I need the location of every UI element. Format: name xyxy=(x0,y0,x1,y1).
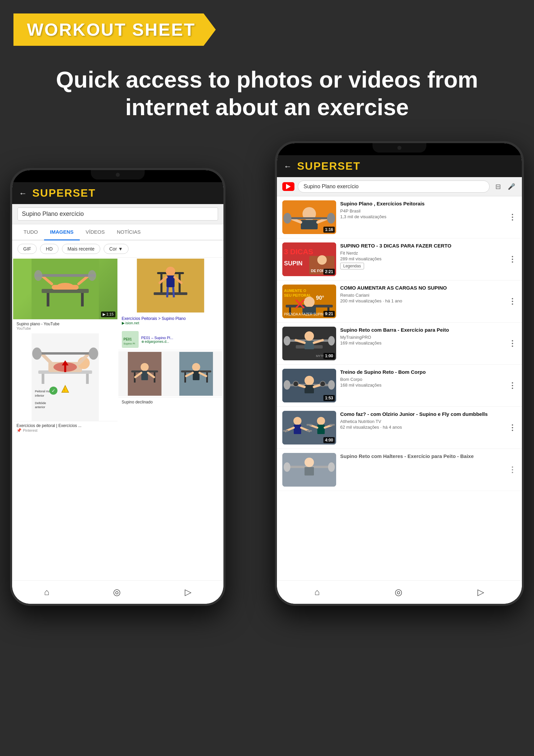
image-label-3: Supino declinado xyxy=(118,397,223,406)
yt-channel-4: MyTrainingPRO xyxy=(340,335,504,340)
yt-channel-3: Renato Cariani xyxy=(340,293,504,298)
svg-rect-23 xyxy=(64,365,66,372)
svg-point-68 xyxy=(283,213,291,224)
yt-views-5: 168 mil visualizações xyxy=(340,383,504,388)
image-label-2: Exercícios de peitoral | Exercícios ... … xyxy=(13,421,117,435)
image-item-1[interactable]: ▶ 1:15 Supino plano - YouTube YouTube xyxy=(13,259,117,332)
yt-video-item-3[interactable]: AUMENTE O SEU PEITORAL 90° xyxy=(277,281,522,323)
svg-text:Supino Pl: Supino Pl xyxy=(123,342,135,345)
yt-filter-icon[interactable]: ⊟ xyxy=(493,182,503,192)
yt-thumbnail-6: 4:00 xyxy=(282,411,336,445)
svg-text:3 DICAS: 3 DICAS xyxy=(284,248,313,256)
yt-video-title-4: Supino Reto com Barra - Exercício para P… xyxy=(340,327,504,333)
extra-img-1[interactable] xyxy=(119,352,170,396)
yt-video-item-2[interactable]: 3 DICAS SUPIN DE FORMA 2:21 SUPINO RETO … xyxy=(277,238,522,281)
yt-video-title-3: COMO AUMENTAR AS CARGAS NO SUPINO xyxy=(340,285,504,291)
svg-point-90 xyxy=(284,336,290,346)
image-item-2[interactable]: Peitoral maior inferior Deltóide anterio… xyxy=(13,333,117,435)
left-search-input[interactable]: Supino Plano exercício xyxy=(17,207,218,221)
svg-rect-59 xyxy=(193,371,200,380)
yt-video-info-1: Supino Plano , Exercícios Peitorais P4P … xyxy=(340,200,504,234)
yt-thumbnail-5: 1:53 xyxy=(282,369,336,402)
left-image-col-2: Exercícios Peitorais > Supino Plano ▶ is… xyxy=(118,259,223,435)
svg-line-42 xyxy=(173,287,174,297)
filter-cor[interactable]: Cor ▼ xyxy=(104,244,129,254)
yt-more-6[interactable] xyxy=(508,411,517,445)
extra-images-row xyxy=(118,351,223,396)
image-label-1: Supino plano - YouTube YouTube xyxy=(13,319,117,332)
svg-text:Deltóide: Deltóide xyxy=(35,401,46,405)
svg-point-69 xyxy=(327,213,335,224)
nav-compass-right[interactable]: ◎ xyxy=(395,587,402,597)
svg-rect-94 xyxy=(305,341,314,349)
filter-gif[interactable]: GIF xyxy=(17,244,37,254)
result-link-2[interactable]: PE01 Supino Pl PE01 – Supino Pl... ⊕ edg… xyxy=(118,329,223,350)
yt-channel-5: Bom Corpo xyxy=(340,377,504,382)
yt-video-item-4[interactable]: MYTRAINING 1:00 Supino Reto com Barra - … xyxy=(277,323,522,365)
svg-rect-112 xyxy=(283,430,288,432)
yt-badge-2: Legendas xyxy=(340,263,364,269)
yt-more-5[interactable] xyxy=(508,369,517,402)
right-back-arrow[interactable]: ← xyxy=(284,162,292,171)
pe01-thumb: PE01 Supino Pl xyxy=(122,331,139,348)
nav-compass-left[interactable]: ◎ xyxy=(113,587,121,597)
svg-point-50 xyxy=(140,363,148,371)
yt-more-2[interactable] xyxy=(508,242,517,276)
svg-rect-2 xyxy=(47,293,49,306)
yt-more-1[interactable] xyxy=(508,200,517,234)
svg-point-37 xyxy=(166,267,175,276)
filter-hd[interactable]: HD xyxy=(40,244,58,254)
left-back-arrow[interactable]: ← xyxy=(19,189,27,198)
extra-svg-1 xyxy=(119,352,170,396)
yt-video-title-2: SUPINO RETO - 3 DICAS PARA FAZER CERTO xyxy=(340,242,504,249)
yt-mic-icon[interactable]: 🎤 xyxy=(506,182,517,192)
gym-img-top-right[interactable] xyxy=(118,259,223,313)
svg-rect-19 xyxy=(33,352,97,355)
nav-home-right[interactable]: ⌂ xyxy=(315,587,320,597)
extra-img-2[interactable] xyxy=(171,352,222,396)
svg-point-107 xyxy=(320,381,325,387)
yt-more-3[interactable] xyxy=(508,285,517,318)
right-status-bar xyxy=(277,143,522,155)
svg-rect-120 xyxy=(329,424,335,426)
yt-video-item-1[interactable]: 1:16 Supino Plano , Exercícios Peitorais… xyxy=(277,196,522,238)
yt-duration-5: 1:53 xyxy=(323,395,335,401)
svg-rect-57 xyxy=(206,372,208,383)
nav-play-right[interactable]: ▷ xyxy=(477,587,484,597)
svg-rect-34 xyxy=(160,274,162,294)
svg-rect-51 xyxy=(141,371,148,380)
svg-point-58 xyxy=(192,363,200,371)
right-phone-screen: ← SUPERSET Supino Plano exercício ⊟ 🎤 xyxy=(277,143,522,604)
yt-views-3: 200 mil visualizações · há 1 ano xyxy=(340,298,504,303)
nav-home-left[interactable]: ⌂ xyxy=(44,587,49,597)
yt-video-title-5: Treino de Supino Reto - Bom Corpo xyxy=(340,369,504,375)
yt-search-input[interactable]: Supino Plano exercício xyxy=(298,180,490,193)
yt-video-item-6[interactable]: 4:00 Como faz? - com Olzirio Junior - Su… xyxy=(277,407,522,449)
right-app-logo: SUPERSET xyxy=(297,160,360,172)
yt-video-item-5[interactable]: 1:53 Treino de Supino Reto - Bom Corpo B… xyxy=(277,365,522,407)
svg-point-93 xyxy=(305,331,314,341)
right-phone: ← SUPERSET Supino Plano exercício ⊟ 🎤 xyxy=(275,141,524,606)
bench-press-svg-1 xyxy=(13,259,117,319)
tab-tudo[interactable]: TUDO xyxy=(17,224,44,240)
svg-point-10 xyxy=(88,270,96,281)
left-bottom-nav: ⌂ ◎ ▷ xyxy=(12,580,223,604)
left-phone-screen: ← SUPERSET Supino Plano exercício TUDO I… xyxy=(12,170,223,604)
yt-channel-2: Fit Nerdz xyxy=(340,251,504,256)
svg-point-20 xyxy=(32,348,42,360)
tab-imagens[interactable]: IMAGENS xyxy=(44,224,80,240)
svg-point-124 xyxy=(328,462,335,472)
nav-play-left[interactable]: ▷ xyxy=(185,587,191,597)
tab-videos[interactable]: VÍDEOS xyxy=(80,224,111,240)
yt-views-6: 62 mil visualizações · há 4 anos xyxy=(340,425,504,430)
svg-point-100 xyxy=(284,380,290,390)
yt-video-item-7[interactable]: Supino Reto com Halteres - Exercício par… xyxy=(277,449,522,491)
yt-more-4[interactable] xyxy=(508,327,517,360)
tab-noticias[interactable]: NOTÍCIAS xyxy=(111,224,147,240)
filter-mais-recente[interactable]: Mais recente xyxy=(62,244,100,254)
result-link-1[interactable]: Exercícios Peitorais > Supino Plano ▶ is… xyxy=(118,314,223,328)
svg-point-21 xyxy=(89,348,98,360)
yt-more-7[interactable] xyxy=(508,453,517,487)
yt-views-2: 289 mil visualizações xyxy=(340,256,504,261)
left-phone: ← SUPERSET Supino Plano exercício TUDO I… xyxy=(10,168,225,606)
